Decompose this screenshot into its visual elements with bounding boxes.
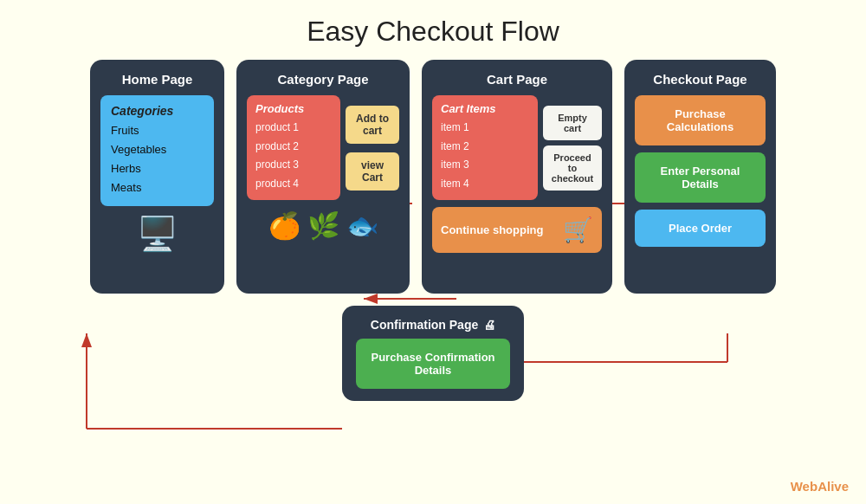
categories-box: Categories FruitsVegetablesHerbsMeats bbox=[100, 95, 214, 206]
brand-alive: Alive bbox=[818, 479, 849, 494]
products-label: Products bbox=[255, 102, 332, 115]
purchase-calculations-button[interactable]: Purchase Calculations bbox=[635, 95, 766, 145]
home-page-title: Home Page bbox=[100, 72, 214, 87]
empty-cart-button[interactable]: Empty cart bbox=[543, 106, 602, 140]
printer-icon: 🖨 bbox=[483, 318, 495, 332]
categories-list: FruitsVegetablesHerbsMeats bbox=[111, 121, 204, 197]
continue-shopping-label: Continue shopping bbox=[441, 223, 543, 236]
page-title: Easy Checkout Flow bbox=[0, 0, 866, 60]
cart-content: Cart Items item 1item 2item 3item 4 Empt… bbox=[432, 95, 602, 200]
computer-icon: 🖥️ bbox=[100, 215, 214, 253]
category-page-card: Category Page Products product 1product … bbox=[236, 60, 410, 294]
fish-icon: 🐟 bbox=[346, 210, 378, 241]
cart-side-buttons: Empty cart Proceed to checkout bbox=[543, 95, 602, 200]
herb-icon: 🌿 bbox=[307, 210, 339, 241]
category-page-title: Category Page bbox=[247, 72, 399, 87]
confirmation-details-label: Purchase Confirmation Details bbox=[371, 351, 494, 377]
category-icons: 🍊 🌿 🐟 bbox=[247, 210, 399, 241]
categories-label: Categories bbox=[111, 104, 204, 118]
checkout-page-card: Checkout Page Purchase Calculations Ente… bbox=[624, 60, 776, 294]
confirmation-title-text: Confirmation Page bbox=[371, 318, 478, 332]
confirmation-section: Confirmation Page 🖨 Purchase Confirmatio… bbox=[0, 306, 866, 401]
cart-items-box: Cart Items item 1item 2item 3item 4 bbox=[432, 95, 538, 200]
brand-logo: WebAlive bbox=[791, 479, 849, 494]
products-list-box: Products product 1product 2product 3prod… bbox=[247, 95, 340, 200]
checkout-page-title: Checkout Page bbox=[635, 72, 766, 87]
cart-page-card: Cart Page Cart Items item 1item 2item 3i… bbox=[422, 60, 612, 294]
confirmation-page-title: Confirmation Page 🖨 bbox=[356, 318, 510, 332]
flow-container: Home Page Categories FruitsVegetablesHer… bbox=[0, 60, 866, 294]
category-buttons: Add to cart view Cart bbox=[346, 95, 399, 200]
cart-items-list: item 1item 2item 3item 4 bbox=[441, 119, 529, 193]
view-cart-button[interactable]: view Cart bbox=[346, 152, 399, 191]
confirmation-details-box: Purchase Confirmation Details bbox=[356, 339, 510, 389]
cart-page-title: Cart Page bbox=[432, 72, 602, 87]
place-order-button[interactable]: Place Order bbox=[635, 210, 766, 247]
brand-web: Web bbox=[791, 479, 818, 494]
enter-personal-details-button[interactable]: Enter Personal Details bbox=[635, 152, 766, 203]
home-page-card: Home Page Categories FruitsVegetablesHer… bbox=[90, 60, 224, 294]
cart-items-label: Cart Items bbox=[441, 102, 529, 115]
continue-shopping-box[interactable]: Continue shopping 🛒 bbox=[432, 207, 602, 253]
products-area: Products product 1product 2product 3prod… bbox=[247, 95, 399, 200]
confirmation-page-card: Confirmation Page 🖨 Purchase Confirmatio… bbox=[342, 306, 524, 401]
products-items: product 1product 2product 3product 4 bbox=[255, 119, 332, 193]
fruit-icon: 🍊 bbox=[268, 210, 301, 241]
shopping-cart-icon: 🛒 bbox=[563, 216, 593, 244]
proceed-to-checkout-button[interactable]: Proceed to checkout bbox=[543, 145, 602, 191]
add-to-cart-button[interactable]: Add to cart bbox=[346, 106, 399, 144]
